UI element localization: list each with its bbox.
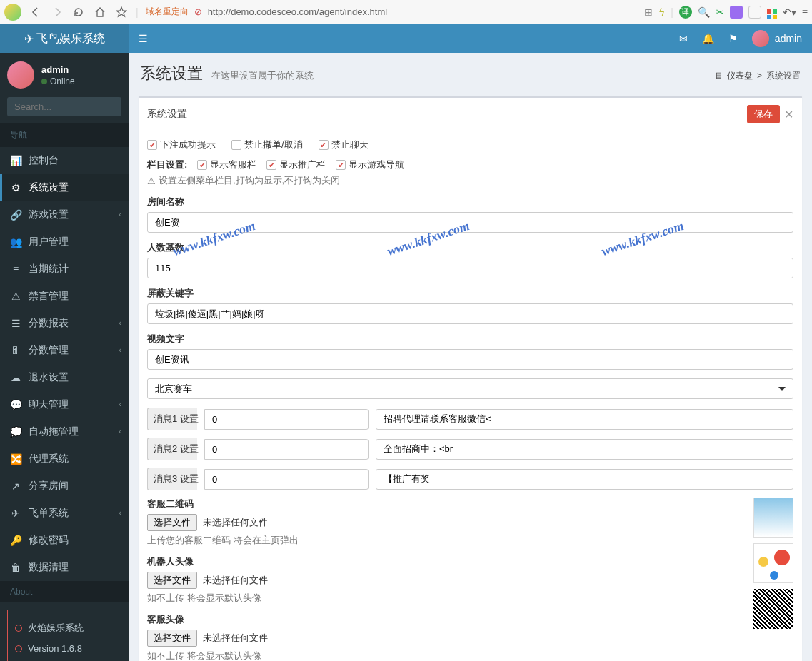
breadcrumb-current: 系统设置 bbox=[766, 70, 801, 82]
sidebar-item-聊天管理[interactable]: ‹💬聊天管理 bbox=[0, 391, 129, 418]
insecure-icon: ⊘ bbox=[194, 6, 202, 17]
search-input[interactable] bbox=[7, 97, 129, 116]
sidebar-item-退水设置[interactable]: ☁退水设置 bbox=[0, 364, 129, 391]
sidebar-item-label: 控制台 bbox=[29, 154, 59, 167]
msg3-num-input[interactable] bbox=[204, 469, 369, 490]
menu-icon[interactable]: ≡ bbox=[802, 6, 808, 18]
sidebar-item-代理系统[interactable]: 🔀代理系统 bbox=[0, 445, 129, 473]
people-base-label: 人数基数 bbox=[147, 241, 793, 254]
sidebar-item-分享房间[interactable]: ↗分享房间 bbox=[0, 473, 129, 500]
breadcrumb-home[interactable]: 仪表盘 bbox=[727, 70, 753, 82]
sidebar-item-自动拖管理[interactable]: ‹💭自动拖管理 bbox=[0, 418, 129, 445]
chevron-left-icon: ‹ bbox=[119, 318, 121, 327]
sidebar-item-飞单系统[interactable]: ‹✈飞单系统 bbox=[0, 500, 129, 527]
url-text[interactable]: http://demo.codesceo.com/agent/index.htm… bbox=[208, 6, 387, 17]
save-button[interactable]: 保存 bbox=[747, 105, 780, 123]
cloud-icon: ☁ bbox=[10, 372, 21, 383]
qr-service-choose[interactable]: 选择文件 bbox=[147, 514, 197, 531]
sidebar-item-分数管理[interactable]: ‹🎚分数管理 bbox=[0, 337, 129, 364]
service-avatar-help: 如不上传 将会显示默认头像 bbox=[147, 650, 739, 661]
service-avatar-choose[interactable]: 选择文件 bbox=[147, 630, 197, 647]
chk-bet-success[interactable]: 下注成功提示 bbox=[147, 138, 216, 151]
scissors-icon[interactable]: ✂ bbox=[716, 6, 724, 18]
sliders-icon: 🎚 bbox=[10, 345, 21, 356]
translate-icon[interactable]: 译 bbox=[679, 6, 692, 19]
user-avatar bbox=[7, 61, 34, 89]
sidebar-item-禁言管理[interactable]: ⚠禁言管理 bbox=[0, 283, 129, 310]
msg1-text-input[interactable] bbox=[376, 409, 793, 430]
chevron-left-icon: ‹ bbox=[119, 210, 121, 218]
chk-show-service[interactable]: 显示客服栏 bbox=[197, 158, 256, 171]
chk-show-promo[interactable]: 显示推广栏 bbox=[266, 158, 326, 171]
sidebar-item-label: 代理系统 bbox=[29, 453, 69, 465]
home-icon[interactable] bbox=[93, 5, 107, 19]
chevron-left-icon: ‹ bbox=[119, 400, 121, 408]
zoom-icon[interactable]: 🔍 bbox=[698, 6, 710, 18]
sidebar-item-label: 系统设置 bbox=[29, 181, 69, 194]
refresh-icon[interactable] bbox=[71, 5, 86, 19]
flash-icon[interactable]: ϟ bbox=[658, 6, 665, 18]
qr-service-help: 上传您的客服二维码 将会在主页弹出 bbox=[147, 534, 739, 547]
video-text-label: 视频文字 bbox=[147, 333, 793, 345]
chk-show-gamenav[interactable]: 显示游戏导航 bbox=[336, 158, 404, 171]
chk-forbid-cancel[interactable]: 禁止撤单/取消 bbox=[231, 138, 303, 151]
back-icon[interactable] bbox=[29, 5, 43, 19]
sidebar-toggle-icon[interactable]: ☰ bbox=[139, 33, 148, 44]
col-help: ⚠设置左侧菜单栏目,打钩为显示,不打钩为关闭 bbox=[147, 174, 793, 187]
msg2-text-input[interactable] bbox=[376, 439, 793, 460]
content-wrapper: 系统设置 在这里设置属于你的系统 🖥 仪表盘 > 系统设置 www.kkfxw.… bbox=[129, 53, 812, 661]
block-keywords-input[interactable] bbox=[147, 303, 793, 324]
sidebar-item-控制台[interactable]: 📊控制台 bbox=[0, 147, 129, 174]
ext1-icon[interactable] bbox=[730, 6, 743, 19]
user-panel: admin Online bbox=[0, 53, 129, 97]
block-keywords-label: 屏蔽关键字 bbox=[147, 287, 793, 300]
nav-header: 导航 bbox=[0, 123, 129, 147]
sidebar-status: Online bbox=[41, 76, 75, 86]
flag-icon[interactable]: ⚑ bbox=[728, 33, 738, 44]
chevron-left-icon: ‹ bbox=[119, 508, 121, 517]
msg1-label: 消息1 设置 bbox=[147, 408, 197, 430]
page-subtitle: 在这里设置属于你的系统 bbox=[211, 70, 314, 81]
star-icon[interactable] bbox=[114, 5, 129, 19]
qr-service-label: 客服二维码 bbox=[147, 498, 739, 510]
close-button[interactable]: ✕ bbox=[784, 108, 793, 121]
qr-service-nofile: 未选择任何文件 bbox=[203, 517, 268, 528]
robot-avatar-nofile: 未选择任何文件 bbox=[203, 575, 268, 585]
sidebar-item-系统设置[interactable]: ⚙系统设置 bbox=[0, 174, 129, 201]
bell-icon[interactable]: 🔔 bbox=[702, 33, 714, 44]
sidebar-item-分数报表[interactable]: ‹☰分数报表 bbox=[0, 310, 129, 337]
sidebar-item-label: 修改密码 bbox=[29, 534, 69, 547]
sidebar-item-游戏设置[interactable]: ‹🔗游戏设置 bbox=[0, 201, 129, 228]
people-base-input[interactable] bbox=[147, 258, 793, 278]
sidebar-item-数据清理[interactable]: 🗑数据清理 bbox=[0, 554, 129, 581]
sidebar-item-label: 分享房间 bbox=[29, 480, 69, 493]
apps-icon[interactable] bbox=[767, 4, 777, 19]
chk-forbid-chat[interactable]: 禁止聊天 bbox=[319, 138, 369, 151]
box-title: 系统设置 bbox=[147, 108, 187, 121]
qrcode-icon[interactable]: ⊞ bbox=[644, 6, 653, 18]
sidebar-item-用户管理[interactable]: 👥用户管理 bbox=[0, 228, 129, 256]
sidebar-item-修改密码[interactable]: 🔑修改密码 bbox=[0, 527, 129, 554]
list-icon: ≡ bbox=[10, 263, 21, 275]
game-select[interactable]: 北京赛车 bbox=[147, 378, 793, 399]
sidebar-search: 🔍 bbox=[0, 97, 129, 123]
app-logo[interactable]: ✈飞鸟娱乐系统 bbox=[0, 24, 129, 53]
robot-avatar-choose[interactable]: 选择文件 bbox=[147, 572, 197, 589]
forward-icon[interactable] bbox=[50, 5, 64, 19]
robot-preview bbox=[753, 543, 793, 583]
room-name-input[interactable] bbox=[147, 212, 793, 233]
msg1-num-input[interactable] bbox=[204, 409, 369, 430]
sidebar-item-label: 游戏设置 bbox=[29, 208, 69, 221]
msg3-text-input[interactable] bbox=[376, 469, 793, 490]
chevron-left-icon: ‹ bbox=[119, 345, 121, 354]
sidebar-item-label: 分数报表 bbox=[29, 317, 69, 330]
sidebar-item-当期统计[interactable]: ≡当期统计 bbox=[0, 256, 129, 283]
video-text-input[interactable] bbox=[147, 349, 793, 370]
mail-icon[interactable]: ✉ bbox=[679, 33, 688, 44]
undo-icon[interactable]: ↶▾ bbox=[783, 6, 796, 18]
ext2-icon[interactable] bbox=[748, 6, 761, 19]
nav-user[interactable]: admin bbox=[752, 30, 802, 47]
redirect-label: 域名重定向 bbox=[146, 6, 189, 18]
main-header: ✈飞鸟娱乐系统 ☰ ✉ 🔔 ⚑ admin bbox=[0, 24, 812, 53]
msg2-num-input[interactable] bbox=[204, 439, 369, 460]
